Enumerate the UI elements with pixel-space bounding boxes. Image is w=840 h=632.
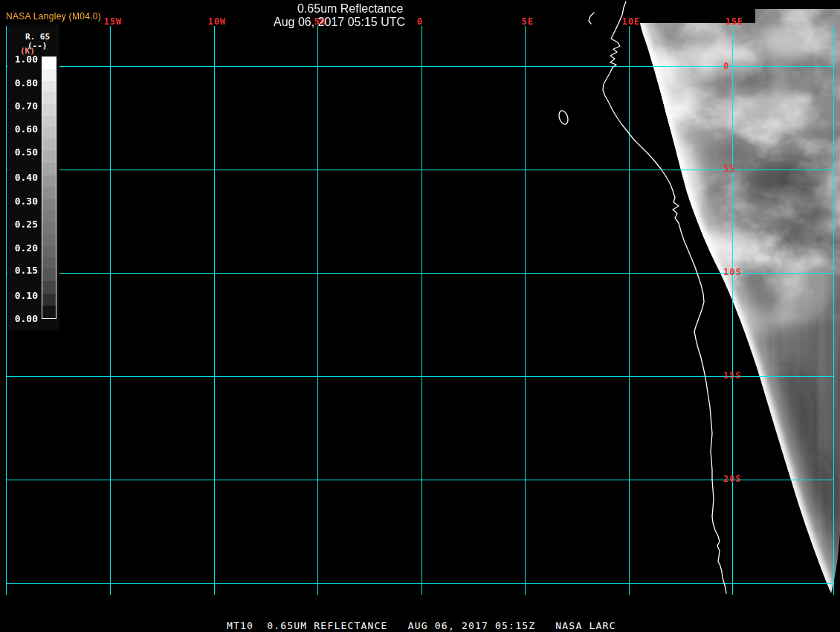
brand-label: NASA Langley (M04.0) (6, 11, 101, 22)
colorbar-tick: 0.50 (3, 147, 38, 157)
satellite-viewer: R. 65 (--) (K) 1.00 0.80 0.70 0.60 0.50 … (0, 0, 840, 632)
lon-label-10w: 10W (208, 16, 227, 27)
colorbar-tick: 1.00 (3, 54, 38, 64)
lon-label-15w: 15W (104, 16, 123, 27)
satellite-swath-image (632, 0, 840, 602)
colorbar-tick: 0.20 (3, 243, 38, 253)
colorbar-gradient (42, 57, 56, 319)
lon-label-5e: 5E (522, 16, 534, 27)
map-canvas (0, 0, 840, 632)
lat-label-5s: 5S (723, 164, 735, 174)
lon-label-0: 0 (417, 16, 423, 27)
lon-label-10e: 10E (622, 16, 641, 27)
colorbar-tick: 0.30 (3, 196, 38, 206)
lon-label-15e: 15E (726, 16, 744, 27)
lat-label-10s: 10S (723, 268, 742, 277)
colorbar-tick: 0.10 (3, 291, 38, 300)
colorbar-tick: 0.60 (3, 124, 38, 134)
timestamp-label: Aug 06, 2017 05:15 UTC (274, 16, 405, 29)
colorbar-tick: 0.00 (3, 314, 38, 323)
coast-fragment (589, 13, 594, 24)
colorbar-tick: 0.25 (3, 219, 38, 229)
colorbar-tick: 0.70 (3, 101, 38, 111)
sao-tome-island (558, 109, 569, 125)
colorbar-tick: 0.40 (3, 172, 38, 182)
page-title: 0.65um Reflectance (297, 2, 403, 16)
lat-label-0: 0 (723, 62, 729, 71)
status-bar: MT10 0.65UM REFLECTANCE AUG 06, 2017 05:… (0, 618, 840, 632)
lat-label-20s: 20S (723, 474, 742, 484)
lat-label-15s: 15S (723, 371, 742, 381)
colorbar-tick: 0.15 (3, 265, 38, 275)
status-text: MT10 0.65UM REFLECTANCE AUG 06, 2017 05:… (227, 620, 616, 631)
colorbar-tick: 0.80 (3, 78, 38, 88)
